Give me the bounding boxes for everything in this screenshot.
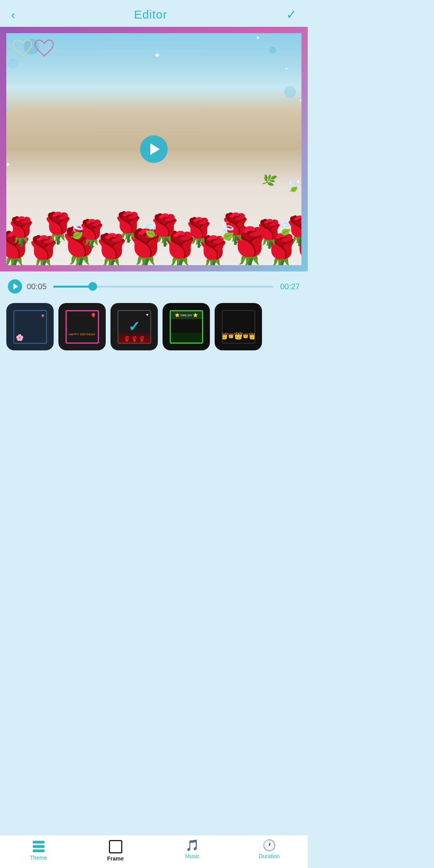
scrubber-thumb[interactable] [88, 282, 97, 291]
leaf-r3: 🍃 [217, 221, 238, 241]
photo-frame: ✦ ✦ ✦ ✦ ✦ ✦ 🌿 🍃 🌹 🌹 🌹 🌹 🌹 🌹 🌹 🌹 🌹 [0, 27, 308, 271]
crown-2: 👑 [228, 333, 234, 339]
leaf-r2: 🍃 [142, 221, 161, 238]
heart-outline-icon [12, 39, 34, 58]
frame-4-border: ⭐ baby you ⭐ [170, 310, 203, 344]
timeline-row: 00:05 00:27 [8, 279, 300, 294]
play-button[interactable] [140, 135, 168, 163]
play-triangle-icon [150, 143, 160, 155]
rose-b4: 🌹 [110, 210, 146, 244]
star-1: ⭐ [175, 313, 180, 317]
heart-filled-icon [34, 39, 55, 58]
leaf-r1: 🍃 [67, 221, 87, 240]
timeline-section: 00:05 00:27 [0, 271, 308, 300]
frame-4-bottom [171, 333, 202, 342]
frame-thumb-3[interactable]: ♥ 🌹 🌹 🌹 ✓ [110, 303, 158, 350]
frames-section: 🌸 ♥ 🎈 HAPPY BIRTHDAY ♥ 🌹 🌹 🌹 [0, 300, 308, 354]
current-time: 00:05 [27, 282, 49, 291]
frame-4-top: ⭐ baby you ⭐ [171, 311, 202, 319]
frame-2-border: 🎈 HAPPY BIRTHDAY [65, 310, 99, 344]
back-button[interactable]: ‹ [11, 7, 15, 22]
frame-5-inner: 👑 👑 👑 👑 👑 [222, 310, 255, 344]
frame-thumb-5[interactable]: 👑 👑 👑 👑 👑 [215, 303, 262, 350]
heart-icon-1: ♥ [41, 312, 44, 319]
star-2: ⭐ [193, 313, 198, 317]
confirm-button[interactable]: ✓ [286, 7, 297, 22]
roses-decoration: 🌹 🌹 🌹 🌹 🌹 🌹 🌹 🌹 🌹 🌹 🌹 🌹 🌹 🌹 🌹 🌹 🌹 🌹 [0, 193, 308, 271]
video-preview: ✦ ✦ ✦ ✦ ✦ ✦ 🌿 🍃 🌹 🌹 🌹 🌹 🌹 🌹 🌹 🌹 🌹 [0, 27, 308, 271]
scrubber-track[interactable] [53, 286, 273, 288]
rose-b1: 🌹 [4, 215, 38, 248]
crown-4: 👑 [243, 333, 249, 339]
selected-overlay: ✓ [110, 303, 158, 350]
check-icon: ✓ [128, 318, 140, 335]
birthday-text: HAPPY BIRTHDAY [69, 333, 96, 336]
page-title: Editor [134, 8, 167, 21]
crown-3: 👑 [234, 331, 243, 340]
header: ‹ Editor ✓ [0, 0, 308, 27]
balloon-icon: 🎈 [90, 313, 96, 318]
flower-1: 🌸 [16, 334, 24, 341]
timeline-play-button[interactable] [8, 279, 22, 294]
frame-thumb-1[interactable]: 🌸 ♥ [6, 303, 54, 350]
leaf-r4: 🍃 [276, 219, 294, 236]
frames-row: 🌸 ♥ 🎈 HAPPY BIRTHDAY ♥ 🌹 🌹 🌹 [0, 303, 308, 350]
play-icon-small [13, 283, 18, 290]
crown-1: 👑 [222, 332, 228, 340]
rose-b6: 🌹 [181, 216, 216, 249]
total-time: 00:27 [278, 282, 300, 291]
frame-1-border: 🌸 ♥ [13, 310, 47, 344]
frame-thumb-4[interactable]: ⭐ baby you ⭐ [163, 303, 210, 350]
frame-thumb-2[interactable]: 🎈 HAPPY BIRTHDAY [58, 303, 106, 350]
crown-5: 👑 [249, 332, 255, 340]
hearts-decoration [12, 39, 55, 58]
frame-5-crowns: 👑 👑 👑 👑 👑 [223, 329, 254, 343]
scrubber-fill [53, 286, 93, 288]
baby-text: baby you [181, 314, 192, 316]
